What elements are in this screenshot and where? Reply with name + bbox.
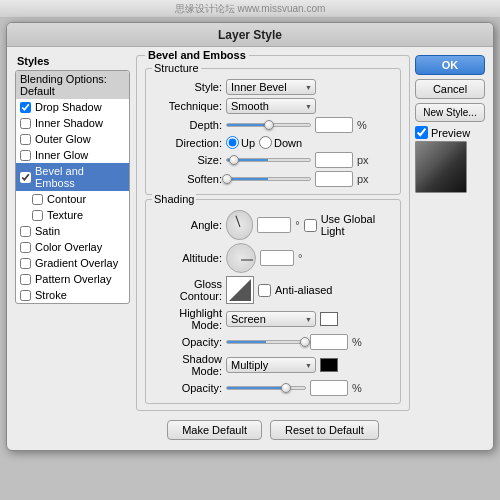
angle-label: Angle: [152,219,222,231]
bevel-section-label: Bevel and Emboss [145,49,249,61]
depth-unit: % [357,119,367,131]
style-item-bevel-emboss[interactable]: Bevel and Emboss [16,163,129,191]
style-label: Style: [152,81,222,93]
layer-style-dialog: Layer Style Styles Blending Options: Def… [6,22,494,451]
technique-select-wrapper[interactable]: Smooth Chisel Hard Chisel Soft [226,98,316,114]
soften-input[interactable]: 0 [315,171,353,187]
highlight-opacity-label: Opacity: [152,336,222,348]
inner-shadow-checkbox[interactable] [20,118,31,129]
angle-dial[interactable] [226,210,253,240]
direction-up-radio[interactable] [226,136,239,149]
style-item-contour[interactable]: Contour [16,191,129,207]
shadow-mode-label: Shadow Mode: [152,353,222,377]
depth-slider[interactable] [226,123,311,127]
stroke-checkbox[interactable] [20,290,31,301]
soften-unit: px [357,173,369,185]
drop-shadow-checkbox[interactable] [20,102,31,113]
highlight-color-swatch[interactable] [320,312,338,326]
size-slider[interactable] [226,158,311,162]
reset-to-default-button[interactable]: Reset to Default [270,420,379,440]
technique-label: Technique: [152,100,222,112]
anti-aliased-checkbox[interactable] [258,284,271,297]
depth-input[interactable]: 100 [315,117,353,133]
shadow-mode-select-wrapper[interactable]: Multiply Normal Screen [226,357,316,373]
make-default-button[interactable]: Make Default [167,420,262,440]
anti-aliased-label: Anti-aliased [275,284,332,296]
direction-label: Direction: [152,137,222,149]
size-input[interactable]: 8 [315,152,353,168]
gloss-contour-picker[interactable] [226,276,254,304]
technique-select[interactable]: Smooth Chisel Hard Chisel Soft [226,98,316,114]
gloss-contour-label: Gloss Contour: [152,278,222,302]
cancel-button[interactable]: Cancel [415,79,485,99]
angle-unit: ° [295,219,299,231]
styles-panel: Styles Blending Options: Default Drop Sh… [15,55,130,442]
direction-up-label[interactable]: Up [226,136,255,149]
style-item-color-overlay[interactable]: Color Overlay [16,239,129,255]
altitude-label: Altitude: [152,252,222,264]
highlight-opacity-slider[interactable] [226,340,306,344]
style-item-blending[interactable]: Blending Options: Default [16,71,129,99]
styles-title: Styles [15,55,130,67]
new-style-button[interactable]: New Style... [415,103,485,122]
structure-group: Structure Style: Inner Bevel Outer Bevel… [145,68,401,195]
altitude-dial[interactable] [226,243,256,273]
gradient-overlay-checkbox[interactable] [20,258,31,269]
shadow-opacity-slider[interactable] [226,386,306,390]
angle-input[interactable]: -111 [257,217,291,233]
shadow-opacity-unit: % [352,382,362,394]
dialog-titlebar: Layer Style [7,23,493,47]
global-light-checkbox[interactable] [304,219,317,232]
direction-down-label[interactable]: Down [259,136,302,149]
structure-label: Structure [152,62,201,74]
direction-down-radio[interactable] [259,136,272,149]
highlight-opacity-unit: % [352,336,362,348]
altitude-unit: ° [298,252,302,264]
contour-icon [229,279,251,301]
style-item-inner-shadow[interactable]: Inner Shadow [16,115,129,131]
soften-slider[interactable] [226,177,311,181]
style-select-wrapper[interactable]: Inner Bevel Outer Bevel Emboss [226,79,316,95]
soften-label: Soften: [152,173,222,185]
bevel-emboss-checkbox[interactable] [20,172,31,183]
highlight-mode-select[interactable]: Screen Normal Multiply [226,311,316,327]
global-light-label: Use Global Light [321,213,394,237]
shadow-opacity-input[interactable]: 75 [310,380,348,396]
shadow-color-swatch[interactable] [320,358,338,372]
outer-glow-checkbox[interactable] [20,134,31,145]
preview-box [415,141,467,193]
size-label: Size: [152,154,222,166]
direction-group: Up Down [226,136,302,149]
contour-checkbox[interactable] [32,194,43,205]
ok-button[interactable]: OK [415,55,485,75]
style-item-gradient-overlay[interactable]: Gradient Overlay [16,255,129,271]
satin-checkbox[interactable] [20,226,31,237]
bevel-emboss-section: Bevel and Emboss Structure Style: Inner … [136,55,410,411]
preview-checkbox[interactable] [415,126,428,139]
pattern-overlay-checkbox[interactable] [20,274,31,285]
svg-marker-0 [229,279,251,301]
texture-checkbox[interactable] [32,210,43,221]
color-overlay-checkbox[interactable] [20,242,31,253]
altitude-input[interactable]: 0 [260,250,294,266]
shading-group: Shading Angle: -111 ° Use Global Light [145,199,401,404]
style-item-stroke[interactable]: Stroke [16,287,129,303]
styles-list: Blending Options: Default Drop Shadow In… [15,70,130,304]
inner-glow-checkbox[interactable] [20,150,31,161]
style-item-inner-glow[interactable]: Inner Glow [16,147,129,163]
style-item-outer-glow[interactable]: Outer Glow [16,131,129,147]
shading-label: Shading [152,193,196,205]
style-item-pattern-overlay[interactable]: Pattern Overlay [16,271,129,287]
highlight-opacity-input[interactable]: 100 [310,334,348,350]
style-item-texture[interactable]: Texture [16,207,129,223]
preview-label-text: Preview [431,127,470,139]
style-item-satin[interactable]: Satin [16,223,129,239]
style-select[interactable]: Inner Bevel Outer Bevel Emboss [226,79,316,95]
preview-section: Preview [415,126,485,193]
depth-label: Depth: [152,119,222,131]
size-unit: px [357,154,369,166]
highlight-mode-select-wrapper[interactable]: Screen Normal Multiply [226,311,316,327]
style-item-drop-shadow[interactable]: Drop Shadow [16,99,129,115]
top-bar: 思缘设计论坛 www.missvuan.com [0,0,500,18]
shadow-mode-select[interactable]: Multiply Normal Screen [226,357,316,373]
